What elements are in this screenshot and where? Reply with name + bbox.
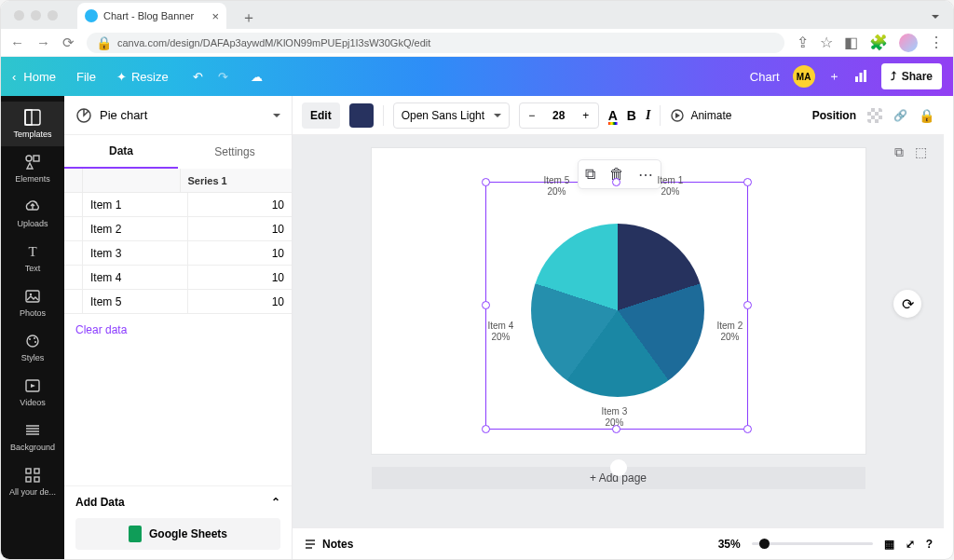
zoom-slider[interactable]	[752, 542, 873, 545]
fullscreen-icon[interactable]: ⤢	[906, 538, 915, 551]
extension-icon[interactable]: ◧	[844, 34, 858, 51]
item-value-cell[interactable]: 10	[188, 290, 293, 313]
sidebar-item-templates[interactable]: Templates	[1, 102, 64, 146]
position-button[interactable]: Position	[812, 109, 856, 122]
sidebar-item-videos[interactable]: Videos	[1, 370, 64, 415]
design-page[interactable]: ⧉ 🗑 ⋯ Item 120% Item 220% Item 320% Item…	[372, 148, 865, 454]
puzzle-icon[interactable]: 🧩	[869, 34, 888, 51]
grid-view-icon[interactable]: ▦	[884, 538, 894, 551]
profile-avatar-icon[interactable]	[899, 34, 918, 52]
data-grid-body: Item 110Item 210Item 310Item 410Item 510	[64, 193, 292, 314]
table-row[interactable]: Item 310	[64, 241, 292, 266]
undo-icon[interactable]: ↶	[193, 70, 203, 84]
bookmark-icon[interactable]: ☆	[820, 34, 833, 51]
item-label-cell[interactable]: Item 2	[83, 217, 188, 240]
doc-title[interactable]: Chart	[750, 70, 780, 84]
font-size-stepper[interactable]: − 28 +	[519, 102, 599, 129]
table-row[interactable]: Item 210	[64, 217, 292, 241]
item-value-cell[interactable]: 10	[188, 193, 293, 216]
sidebar-item-photos[interactable]: Photos	[1, 280, 64, 325]
tab-data[interactable]: Data	[64, 135, 178, 169]
italic-button[interactable]: I	[646, 108, 650, 123]
more-icon[interactable]: ⋯	[638, 166, 653, 184]
resize-handle[interactable]	[743, 425, 752, 433]
close-tab-icon[interactable]: ×	[211, 9, 219, 23]
window-controls[interactable]	[14, 10, 58, 20]
canva-favicon-icon	[85, 9, 98, 22]
resize-handle[interactable]	[743, 301, 752, 309]
sidebar-item-background[interactable]: Background	[1, 415, 64, 459]
help-icon[interactable]: ?	[926, 538, 933, 551]
sidebar-item-apps[interactable]: All your de...	[1, 459, 64, 504]
browser-menu-icon[interactable]: ⋮	[929, 34, 944, 51]
resize-handle[interactable]	[482, 301, 490, 309]
clear-data-link[interactable]: Clear data	[64, 314, 292, 346]
link-icon[interactable]: 🔗	[893, 109, 907, 122]
forward-icon[interactable]: →	[36, 34, 50, 50]
plus-button[interactable]: +	[574, 109, 598, 122]
reload-icon[interactable]: ⟳	[62, 34, 75, 51]
font-dropdown[interactable]: Open Sans Light	[393, 102, 510, 129]
share-button[interactable]: ⤴ Share	[881, 63, 942, 89]
new-tab-button[interactable]: ＋	[241, 8, 256, 28]
color-swatch[interactable]	[349, 103, 374, 128]
file-menu[interactable]: File	[76, 70, 96, 84]
share-browser-icon[interactable]: ⇪	[797, 34, 809, 51]
duplicate-page-icon[interactable]: ⧉	[894, 144, 904, 160]
realtime-refresh-button[interactable]: ⟳	[893, 290, 921, 318]
transparency-icon[interactable]	[867, 108, 882, 123]
tab-settings[interactable]: Settings	[178, 135, 292, 169]
add-collaborator-icon[interactable]: ＋	[828, 68, 840, 85]
insights-icon[interactable]	[853, 69, 868, 84]
user-avatar[interactable]: MA	[793, 65, 815, 88]
resize-handle[interactable]	[482, 425, 490, 433]
animate-button[interactable]: Animate	[670, 108, 731, 123]
item-value-cell[interactable]: 10	[188, 266, 293, 289]
redo-icon[interactable]: ↷	[218, 70, 228, 84]
chart-type-dropdown[interactable]: Pie chart	[64, 96, 292, 135]
url-field[interactable]: 🔒 canva.com/design/DAFAp3aywdM/KlON99mPU…	[87, 33, 784, 53]
text-color-button[interactable]: A	[608, 108, 618, 123]
sidebar-item-elements[interactable]: Elements	[1, 146, 64, 191]
font-size-value[interactable]: 28	[544, 109, 574, 122]
chart-type-label: Pie chart	[100, 108, 147, 122]
add-page-button[interactable]: + Add page	[372, 467, 865, 489]
selection-box[interactable]: ⧉ 🗑 ⋯ Item 120% Item 220% Item 320% Item…	[485, 182, 748, 430]
edit-button[interactable]: Edit	[302, 102, 340, 129]
pie-chart[interactable]	[531, 224, 704, 397]
browser-tab[interactable]: Chart - Blog Banner ×	[77, 3, 226, 29]
sidebar-item-text[interactable]: TText	[1, 236, 64, 280]
resize-button[interactable]: ✦ Resize	[116, 70, 169, 84]
sidebar-item-styles[interactable]: Styles	[1, 325, 64, 370]
resize-handle[interactable]	[743, 178, 752, 186]
table-row[interactable]: Item 410	[64, 266, 292, 290]
item-value-cell[interactable]: 10	[188, 217, 293, 240]
notes-button[interactable]: Notes	[304, 538, 353, 551]
pie-icon	[75, 107, 92, 124]
zoom-value[interactable]: 35%	[718, 538, 741, 551]
item-label-cell[interactable]: Item 3	[83, 241, 188, 265]
item-label-cell[interactable]: Item 1	[83, 193, 188, 216]
google-sheets-button[interactable]: Google Sheets	[75, 518, 280, 550]
svg-rect-14	[26, 469, 31, 473]
lock-icon[interactable]: 🔒	[919, 108, 934, 123]
home-button[interactable]: ‹ Home	[12, 70, 56, 84]
item-label-cell[interactable]: Item 5	[83, 290, 188, 313]
table-row[interactable]: Item 110	[64, 193, 292, 217]
new-page-icon[interactable]: ⬚	[915, 144, 927, 160]
duplicate-icon[interactable]: ⧉	[585, 166, 595, 183]
minus-button[interactable]: −	[520, 109, 544, 122]
back-icon[interactable]: ←	[10, 34, 24, 50]
cloud-sync-icon[interactable]: ☁	[251, 70, 263, 84]
sidebar-item-uploads[interactable]: Uploads	[1, 191, 64, 236]
add-data-toggle[interactable]: Add Data ⌃	[75, 496, 280, 509]
resize-handle[interactable]	[482, 178, 490, 186]
bold-button[interactable]: B	[627, 108, 636, 123]
table-row[interactable]: Item 510	[64, 290, 292, 314]
chevron-down-icon[interactable]	[928, 7, 939, 24]
canvas-area[interactable]: ⧉ ⬚ ⧉ 🗑 ⋯ Item 120% Item 220%	[293, 135, 944, 527]
resize-handle[interactable]	[612, 178, 620, 186]
item-value-cell[interactable]: 10	[188, 241, 293, 265]
item-label-cell[interactable]: Item 4	[83, 266, 188, 289]
series-header[interactable]: Series 1	[181, 169, 293, 193]
